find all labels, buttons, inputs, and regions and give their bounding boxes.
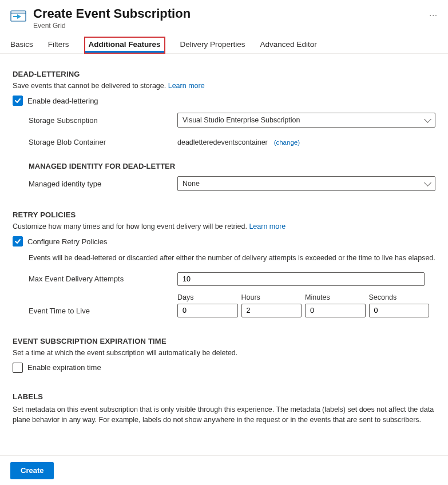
section-retry-policies: RETRY POLICIES Customize how many times … <box>13 210 435 317</box>
labels-desc: Set metadata on this event subscription … <box>13 404 435 426</box>
ttl-seconds-label: Seconds <box>369 293 430 301</box>
retry-title: RETRY POLICIES <box>13 210 435 219</box>
configure-retry-label: Configure Retry Policies <box>27 237 107 246</box>
managed-identity-type-select[interactable]: None <box>177 176 435 191</box>
managed-identity-title: MANAGED IDENTITY FOR DEAD-LETTER <box>29 162 435 170</box>
more-menu[interactable]: ··· <box>429 10 438 19</box>
tab-delivery-properties[interactable]: Delivery Properties <box>180 37 245 53</box>
storage-blob-container-value: deadletteredeventscontainer <box>177 138 268 146</box>
dead-letter-desc: Save events that cannot be delivered to … <box>13 82 435 90</box>
ttl-minutes-label: Minutes <box>305 293 366 301</box>
tab-additional-features[interactable]: Additional Features <box>84 37 165 54</box>
max-attempts-label: Max Event Delivery Attempts <box>29 275 177 283</box>
tab-basics[interactable]: Basics <box>10 37 33 53</box>
ttl-seconds-input[interactable] <box>369 304 430 317</box>
ttl-days-input[interactable] <box>177 304 238 317</box>
storage-blob-change-link[interactable]: (change) <box>274 139 300 146</box>
dead-letter-title: DEAD-LETTERING <box>13 70 435 78</box>
retry-learn-more-link[interactable]: Learn more <box>249 222 286 230</box>
configure-retry-checkbox[interactable] <box>13 236 23 247</box>
ttl-hours-label: Hours <box>241 293 302 301</box>
expiration-desc: Set a time at which the event subscripti… <box>13 349 435 357</box>
check-icon <box>14 97 21 104</box>
max-attempts-input[interactable] <box>177 272 425 286</box>
enable-dead-lettering-label: Enable dead-lettering <box>27 97 98 105</box>
tab-advanced-editor[interactable]: Advanced Editor <box>260 37 317 53</box>
storage-blob-container-label: Storage Blob Container <box>29 138 177 146</box>
section-expiration: EVENT SUBSCRIPTION EXPIRATION TIME Set a… <box>13 337 435 373</box>
tab-bar: Basics Filters Additional Features Deliv… <box>0 30 448 54</box>
create-button[interactable]: Create <box>10 462 54 479</box>
section-dead-lettering: DEAD-LETTERING Save events that cannot b… <box>13 70 435 191</box>
enable-dead-lettering-checkbox[interactable] <box>13 96 23 106</box>
ttl-days-label: Days <box>177 293 238 301</box>
tab-filters[interactable]: Filters <box>48 37 69 53</box>
retry-desc: Customize how many times and for how lon… <box>13 222 435 230</box>
retry-help-text: Events will be dead-lettered or discarde… <box>29 253 435 264</box>
section-labels: LABELS Set metadata on this event subscr… <box>13 392 435 426</box>
storage-subscription-label: Storage Subscription <box>29 116 177 125</box>
expiration-title: EVENT SUBSCRIPTION EXPIRATION TIME <box>13 337 435 345</box>
enable-expiration-label: Enable expiration time <box>27 363 101 372</box>
ttl-hours-input[interactable] <box>241 304 302 317</box>
ttl-label: Event Time to Live <box>29 307 177 317</box>
page-title: Create Event Subscription <box>33 6 418 22</box>
managed-identity-type-label: Managed identity type <box>29 180 177 188</box>
ttl-minutes-input[interactable] <box>305 304 366 317</box>
labels-title: LABELS <box>13 392 435 401</box>
enable-expiration-checkbox[interactable] <box>13 363 23 373</box>
event-grid-icon <box>10 8 26 24</box>
storage-subscription-select[interactable]: Visual Studio Enterprise Subscription <box>177 113 435 128</box>
page-subtitle: Event Grid <box>33 22 418 30</box>
dead-letter-learn-more-link[interactable]: Learn more <box>168 82 205 90</box>
check-icon <box>14 238 21 245</box>
footer: Create <box>0 455 448 485</box>
